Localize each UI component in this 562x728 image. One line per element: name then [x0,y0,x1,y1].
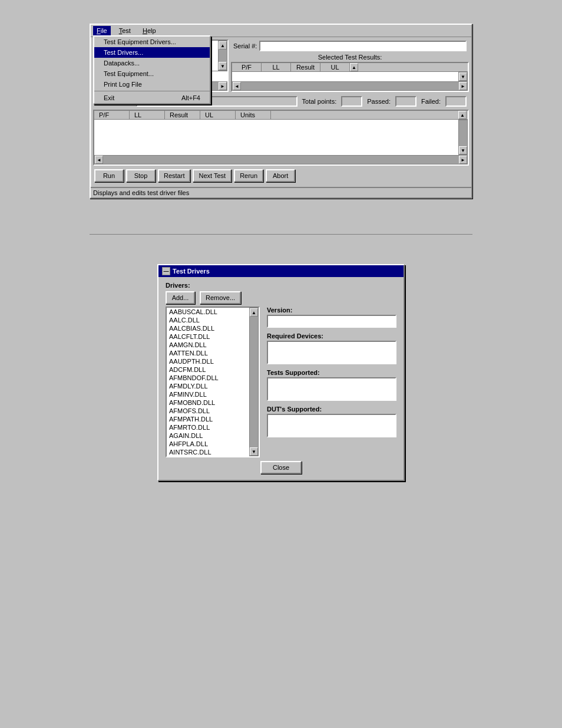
required-devices-label: Required Devices: [267,332,396,340]
dialog-top-buttons: Add... Remove... [166,291,396,304]
right-panel: Serial #: Selected Test Results: P/F LL … [231,39,469,92]
passed-label: Passed: [367,98,391,105]
list-item[interactable]: ADCFM.DLL [167,365,249,374]
bottom-col-ll: LL [130,111,165,119]
dropdown-exit[interactable]: Exit Alt+F4 [94,93,210,103]
next-test-button[interactable]: Next Test [193,169,232,182]
right-hscroll-left[interactable]: ◄ [233,82,241,90]
test-menu[interactable]: Test [115,26,134,35]
bottom-hscroll-track [103,156,459,164]
list-item[interactable]: AGAIN.DLL [167,431,249,440]
info-panel: Version: Required Devices: Tests Support… [267,307,396,457]
right-hscroll-right[interactable]: ► [459,82,467,90]
driver-scroll-down[interactable]: ▼ [250,447,258,456]
results-grid-header: P/F LL Result UL ▲ [232,63,468,72]
menu-separator [94,91,210,91]
results-table-body: ▼ [94,120,468,155]
bottom-scroll-down[interactable]: ▼ [459,146,467,154]
add-button[interactable]: Add... [166,291,195,304]
duts-supported-input[interactable] [267,414,396,437]
list-item[interactable]: AFMINV.DLL [167,390,249,398]
rerun-button[interactable]: Rerun [234,169,263,182]
bottom-table-scrollbar-v: ▼ [458,120,468,155]
results-table-header: P/F LL Result UL Units ▲ [94,111,468,120]
duts-supported-label: DUT's Supported: [267,406,396,413]
left-scroll-track [219,50,227,62]
remove-button[interactable]: Remove... [200,291,241,304]
required-devices-input[interactable] [267,341,396,364]
bottom-col-units: Units [236,111,271,119]
list-item[interactable]: AFMDLY.DLL [167,382,249,390]
file-dropdown: Test Equipment Drivers... Test Drivers..… [93,35,211,104]
run-button[interactable]: Run [94,169,124,182]
file-menu[interactable]: File [93,26,111,35]
failed-input[interactable] [445,96,467,107]
bottom-col-ul: UL [200,111,236,119]
version-label: Version: [267,307,396,314]
duts-supported-section: DUT's Supported: [267,406,396,437]
right-scroll-down[interactable]: ▼ [459,73,467,81]
failed-label: Failed: [421,98,441,105]
bottom-hscroll-left[interactable]: ◄ [95,156,103,164]
list-item[interactable]: AATTEN.DLL [167,349,249,357]
version-section: Version: [267,307,396,328]
bottom-table-scrollbar-h: ◄ ► [94,155,468,164]
dialog-content: Drivers: Add... Remove... AABUSCAL.DLLAA… [158,277,404,480]
list-item[interactable]: AFMOBND.DLL [167,398,249,407]
left-hscroll-right[interactable]: ► [219,82,227,90]
col-pf: P/F [232,63,262,71]
list-item[interactable]: AALCBIAS.DLL [167,324,249,332]
list-item[interactable]: AHFPLA.DLL [167,440,249,448]
list-item[interactable]: AAUDPTH.DLL [167,357,249,365]
dialog-titlebar: — Test Drivers [158,265,404,277]
list-item[interactable]: AAMGN.DLL [167,341,249,349]
dropdown-test-equipment[interactable]: Test Equipment... [94,68,210,79]
dialog-main: AABUSCAL.DLLAALC.DLLAALCBIAS.DLLAALCFLT.… [166,307,396,457]
system-menu-icon[interactable]: — [162,267,170,275]
list-item[interactable]: AFMOFS.DLL [167,407,249,415]
right-grid-scrollbar-v: ▼ [458,72,468,81]
left-scroll-up[interactable]: ▲ [219,41,227,50]
selected-results-label: Selected Test Results: [231,52,469,62]
tests-supported-section: Tests Supported: [267,369,396,401]
left-scrollbar-v: ▲ ▼ [218,41,227,71]
dropdown-print-log[interactable]: Print Log File [94,79,210,90]
right-hscroll-track [241,82,459,90]
list-item[interactable]: AABUSCAL.DLL [167,308,249,316]
tests-supported-input[interactable] [267,377,396,401]
dropdown-test-drivers[interactable]: Test Drivers... [94,47,210,58]
status-bar: Displays and edits test driver files [91,187,471,197]
total-points-label: Total points: [302,98,337,105]
driver-list-container: AABUSCAL.DLLAALC.DLLAALCBIAS.DLLAALCFLT.… [166,307,260,457]
bottom-table-scroll-up[interactable]: ▲ [458,111,467,119]
right-grid-scroll-up[interactable]: ▲ [350,63,358,71]
bottom-hscroll-right[interactable]: ► [459,156,467,164]
list-item[interactable]: AFMPATH.DLL [167,415,249,423]
results-table-container: P/F LL Result UL Units ▲ ▼ ◄ ► [93,110,469,166]
list-item[interactable]: AFMBNDOF.DLL [167,374,249,382]
dialog-close-row: Close [166,457,396,475]
driver-list-items: AABUSCAL.DLLAALC.DLLAALCBIAS.DLLAALCFLT.… [167,308,249,456]
list-item[interactable]: AALC.DLL [167,316,249,324]
passed-input[interactable] [395,96,416,107]
serial-input[interactable] [259,41,467,51]
restart-button[interactable]: Restart [158,169,190,182]
driver-list-scrollbar: ▲ ▼ [249,308,259,456]
dropdown-test-equip-drivers[interactable]: Test Equipment Drivers... [94,37,210,47]
left-scroll-down[interactable]: ▼ [219,62,227,70]
bottom-col-pf: P/F [94,111,130,119]
list-item[interactable]: AFMRTO.DLL [167,423,249,431]
close-button[interactable]: Close [260,461,302,474]
list-item[interactable]: AINTSRC.DLL [167,448,249,456]
driver-scroll-up[interactable]: ▲ [250,308,258,317]
stop-button[interactable]: Stop [126,169,156,182]
abort-button[interactable]: Abort [266,169,295,182]
status-text: Displays and edits test driver files [93,189,189,196]
total-points-input[interactable] [341,96,362,107]
list-item[interactable]: AALCFLT.DLL [167,332,249,341]
help-menu[interactable]: Help [139,26,160,35]
results-table-list [94,120,458,155]
dropdown-datapacks[interactable]: Datapacks... [94,58,210,68]
version-input[interactable] [267,315,396,328]
right-grid-scrollbar-h: ◄ ► [232,81,468,91]
